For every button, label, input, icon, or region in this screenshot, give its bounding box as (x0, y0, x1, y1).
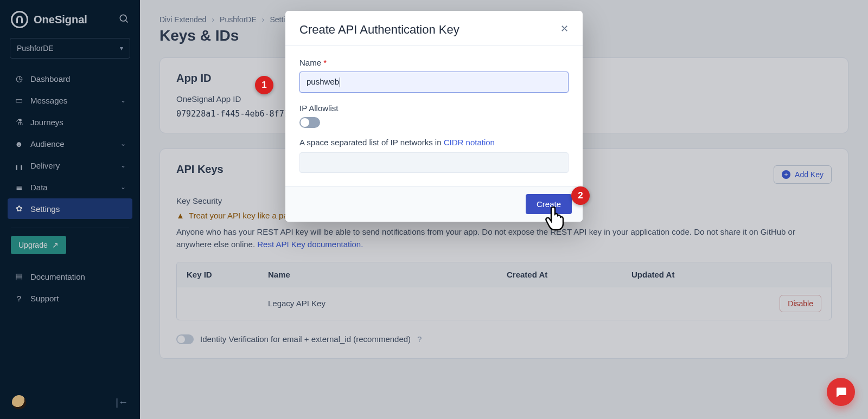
create-api-key-modal: Create API Authentication Key ✕ Name * p… (285, 11, 583, 222)
text-caret (340, 78, 340, 87)
cursor-hand-icon (545, 204, 569, 234)
callout-1: 1 (255, 76, 273, 94)
allowlist-label: IP Allowlist (299, 104, 569, 113)
modal-overlay[interactable]: Create API Authentication Key ✕ Name * p… (0, 0, 868, 419)
help-fab[interactable] (827, 378, 855, 406)
allowlist-toggle[interactable] (299, 117, 320, 128)
required-asterisk: * (323, 58, 327, 67)
modal-title: Create API Authentication Key (299, 23, 459, 37)
callout-2: 2 (571, 186, 590, 205)
allowlist-input (299, 152, 569, 173)
name-label: Name * (299, 58, 569, 67)
allowlist-hint: A space separated list of IP networks in… (299, 138, 569, 147)
cidr-link[interactable]: CIDR notation (444, 138, 495, 147)
name-input[interactable]: pushweb (299, 72, 569, 93)
name-input-value: pushweb (307, 77, 339, 86)
modal-close-button[interactable]: ✕ (560, 23, 569, 35)
chat-icon (834, 385, 847, 398)
close-icon: ✕ (560, 23, 569, 34)
